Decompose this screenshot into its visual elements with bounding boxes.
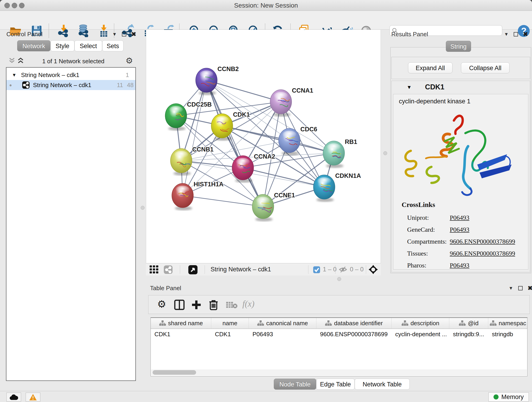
table-cell[interactable]: P06493: [249, 330, 317, 339]
crosslink-compartments-link[interactable]: 9606.ENSP00000378699: [450, 238, 515, 245]
network-node-CCNE1[interactable]: CCNE1: [252, 192, 295, 221]
delete-column-trash-icon[interactable]: [209, 299, 219, 311]
selected-checkbox-icon[interactable]: [313, 266, 320, 273]
show-columns-icon[interactable]: [174, 300, 185, 310]
attribute-tree-icon: [459, 320, 466, 326]
table-cell[interactable]: CDK1: [151, 330, 211, 339]
table-cell[interactable]: stringdb: [488, 330, 527, 339]
panel-close-icon[interactable]: ✖: [523, 32, 528, 37]
column-header-shared-name[interactable]: shared name: [151, 318, 211, 328]
crosslinks-heading: CrossLinks: [402, 201, 528, 209]
network-node-CDK1[interactable]: CDK1: [211, 111, 250, 141]
network-graph[interactable]: CCNB2CCNA1CDC25BCDK1CDC6RB1CCNB1CCNA2CDK…: [146, 30, 380, 263]
panel-close-icon[interactable]: ✖: [528, 286, 532, 291]
tab-sets[interactable]: Sets: [102, 40, 123, 51]
network-node-CCNB2[interactable]: CCNB2: [196, 65, 239, 95]
hidden-node-edge-counts: 0 – 0: [350, 266, 364, 273]
collapse-all-tree-icon[interactable]: [8, 57, 16, 64]
table-header-row: shared namenamecanonical namedatabase id…: [151, 318, 527, 329]
delete-table-icon: [226, 301, 238, 309]
expand-all-tree-icon[interactable]: [17, 57, 25, 64]
crosslink-genecard-link[interactable]: P06493: [450, 226, 469, 233]
vertical-splitter-handle[interactable]: [141, 206, 145, 210]
node-label-CCNE1: CCNE1: [274, 192, 295, 199]
table-cell[interactable]: CDK1: [211, 330, 249, 339]
table-options-gear-icon[interactable]: ⚙: [157, 298, 166, 310]
node-label-CDKN1A: CDKN1A: [335, 172, 361, 179]
network-tree-root-row[interactable]: ▼ String Network – cdk1 1: [6, 70, 135, 80]
expand-all-button[interactable]: Expand All: [408, 62, 452, 73]
node-table[interactable]: shared namenamecanonical namedatabase id…: [151, 317, 527, 376]
table-horizontal-scrollbar[interactable]: [151, 370, 527, 375]
tab-select[interactable]: Select: [75, 40, 102, 51]
crosslink-pharos-link[interactable]: P06493: [450, 262, 469, 269]
fit-content-crosshair-icon[interactable]: [369, 265, 378, 274]
crosslink-tissues-link[interactable]: 9606.ENSP00000378699: [450, 250, 515, 257]
node-label-CCNB1: CCNB1: [192, 146, 214, 153]
network-node-CDC25B[interactable]: CDC25B: [165, 101, 212, 131]
tab-network-table[interactable]: Network Table: [355, 379, 410, 390]
section-expander-icon[interactable]: ▼: [407, 84, 412, 90]
scrollbar-thumb[interactable]: [152, 370, 196, 375]
import-table-icon[interactable]: [97, 24, 110, 37]
memory-button[interactable]: Memory: [488, 392, 529, 402]
import-network-database-icon[interactable]: [77, 24, 90, 37]
panel-float-icon[interactable]: [518, 286, 523, 290]
panel-float-icon[interactable]: [122, 32, 126, 36]
collection-count: 1: [126, 71, 129, 79]
column-header-canonical-name[interactable]: canonical name: [249, 318, 317, 328]
network-options-gear-icon[interactable]: ⚙: [126, 56, 133, 65]
network-edge-CCNB2-CCNA1[interactable]: [206, 80, 281, 102]
network-node-CDC6[interactable]: CDC6: [279, 126, 317, 155]
tab-network[interactable]: Network: [17, 40, 51, 51]
column-header-description[interactable]: description: [392, 318, 449, 328]
cloud-status-button[interactable]: [6, 393, 21, 402]
tree-expander-icon[interactable]: ▼: [12, 72, 17, 78]
import-network-file-icon[interactable]: [57, 24, 70, 37]
column-label: description: [411, 320, 439, 327]
network-node-HIST1H1A[interactable]: HIST1H1A: [172, 181, 224, 211]
tab-node-table[interactable]: Node Table: [274, 379, 316, 390]
network-view-title: String Network – cdk1: [210, 266, 271, 273]
open-in-new-window-icon[interactable]: [188, 265, 197, 274]
node-count: 11: [117, 82, 123, 89]
node-label-RB1: RB1: [345, 138, 357, 145]
panel-float-icon[interactable]: [514, 32, 518, 36]
gene-name-heading: CDK1: [425, 83, 444, 91]
string-panel-icon[interactable]: [164, 265, 173, 274]
network-tree-child-row[interactable]: ● String Network – cdk1 11 48: [6, 80, 135, 90]
hidden-eye-slash-icon: [339, 266, 347, 273]
column-label: database identifier: [334, 320, 383, 327]
column-header-name[interactable]: name: [211, 318, 249, 328]
collapse-all-button[interactable]: Collapse All: [461, 62, 510, 73]
crosslink-uniprot-link[interactable]: P06493: [450, 214, 469, 221]
tab-style[interactable]: Style: [51, 40, 75, 51]
column-label: shared name: [168, 320, 203, 327]
horizontal-splitter-handle[interactable]: [337, 277, 341, 281]
table-cell[interactable]: 9606.ENSP00000378699: [317, 330, 392, 339]
node-label-HIST1H1A: HIST1H1A: [194, 181, 224, 188]
panel-menu-icon[interactable]: ▼: [504, 32, 509, 36]
column-header-namespac[interactable]: namespac: [488, 318, 527, 328]
panel-menu-icon[interactable]: ▼: [112, 32, 117, 36]
warnings-button[interactable]: [26, 393, 40, 402]
network-canvas[interactable]: CCNB2CCNA1CDC25BCDK1CDC6RB1CCNB1CCNA2CDK…: [146, 30, 381, 263]
create-column-plus-icon[interactable]: [191, 300, 202, 310]
table-cell[interactable]: stringdb:9...: [449, 330, 488, 339]
column-header-@id[interactable]: @id: [449, 318, 488, 328]
tab-string[interactable]: String: [446, 41, 471, 52]
crosslink-label: Pharos:: [407, 262, 426, 269]
network-node-CCNA2[interactable]: CCNA2: [232, 153, 275, 183]
panel-menu-icon[interactable]: ▼: [509, 286, 513, 290]
network-node-CDKN1A[interactable]: CDKN1A: [313, 172, 361, 202]
panel-close-icon[interactable]: ✖: [131, 32, 136, 37]
tab-edge-table[interactable]: Edge Table: [316, 379, 355, 390]
network-view-toolbar: String Network – cdk1 1 – 0 0 – 0: [146, 263, 381, 275]
table-cell[interactable]: cyclin-dependent ...: [392, 330, 449, 339]
network-node-RB1[interactable]: RB1: [323, 138, 357, 168]
column-header-database-identifier[interactable]: database identifier: [317, 318, 392, 328]
network-edge-CCNB2-HIST1H1A[interactable]: [183, 80, 206, 196]
vertical-splitter-handle[interactable]: [383, 151, 387, 155]
network-edge-HIST1H1A-CCNE1[interactable]: [183, 196, 263, 206]
birds-eye-view-icon[interactable]: [150, 265, 159, 274]
